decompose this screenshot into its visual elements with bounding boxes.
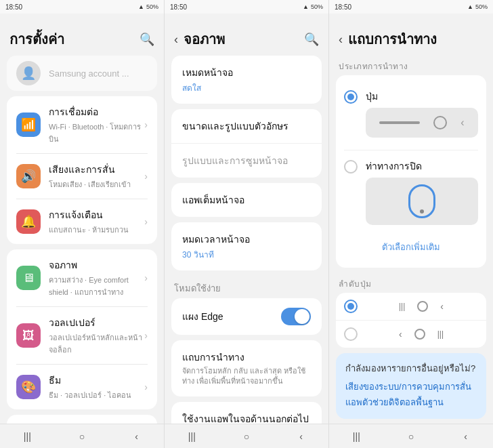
- display-icon: 🖥: [16, 266, 41, 290]
- nav-preview-buttons: ‹: [366, 108, 478, 138]
- panel3-nav-back[interactable]: |||: [346, 430, 366, 443]
- screen-mode-title: เหมดหน้าจอ: [182, 65, 311, 80]
- gesture-pill-icon: [408, 184, 435, 218]
- panel2-nav-home[interactable]: ○: [236, 430, 257, 443]
- order1-icon2: [417, 301, 428, 312]
- connectivity-text: การเชื่อมต่อ Wi-Fi · Bluetooth · โหมดการ…: [49, 104, 144, 145]
- themes-chevron: ›: [144, 382, 148, 392]
- font-row[interactable]: ขนาดและรูปแบบตัวอักษร: [171, 109, 322, 143]
- order-preview-1: ||| ‹: [364, 301, 478, 312]
- nav-option-gestures-content: ท่าทางการปิด: [366, 159, 478, 229]
- settings-group-3: 🏠 หน้าจอหลัก รูปแบบ · เครื่องหมายไอคอนแอ…: [7, 415, 157, 424]
- panel3-bottom-nav: ||| ○ ‹: [329, 424, 493, 448]
- edge-toggle[interactable]: [281, 308, 311, 325]
- splitscreen-title: ใช้งานแอพในจอด้านนอกต่อไป: [182, 411, 311, 424]
- notifications-text: การแจ้งเตือน แถบสถานะ · ห้ามรบกวน: [49, 207, 144, 236]
- zoom-title: รูปแบบและการซูมหน้าจอ: [182, 153, 311, 168]
- panel1-search-icon[interactable]: 🔍: [140, 32, 154, 47]
- display-desc: ความสว่าง · Eye comfort shield · แถบการน…: [49, 274, 144, 298]
- nav-option-buttons[interactable]: ปุ่ม ‹: [344, 83, 478, 147]
- radio-buttons[interactable]: [344, 90, 358, 104]
- font-title: ขนาดและรูปแบบตัวอักษร: [182, 119, 311, 134]
- panel1-scroll: 👤 Samsung account ... 📶 การเชื่อมต่อ Wi-…: [0, 56, 164, 424]
- edge-card: แผง Edge: [171, 298, 322, 335]
- tip-card: กำลังมองหารายการอื่นอยู่หรือไม่? เสียงขอ…: [336, 353, 486, 419]
- panel1-bottom-nav: ||| ○ ‹: [0, 424, 164, 448]
- settings-group-2: 🖥 จอภาพ ความสว่าง · Eye comfort shield ·…: [7, 249, 157, 409]
- order-row-2[interactable]: ‹ |||: [336, 320, 486, 348]
- panel1-nav-recent[interactable]: ‹: [127, 430, 147, 443]
- setting-item-display[interactable]: 🖥 จอภาพ ความสว่าง · Eye comfort shield ·…: [7, 249, 157, 306]
- panel2-header: ‹ จอภาพ 🔍: [165, 14, 328, 56]
- more-options-button[interactable]: ตัวเลือกเพิ่มเติม: [344, 235, 478, 260]
- navbar-desc: จัดการโฮมหลัก กลับ และล่าสุด หรือใช้ท่าง…: [182, 366, 311, 387]
- order2-icon3: |||: [437, 329, 444, 339]
- panel3-scroll: ประเภทการนำทาง ปุ่ม ‹: [329, 56, 493, 424]
- wallpaper-chevron: ›: [144, 330, 148, 341]
- notifications-name: การแจ้งเตือน: [49, 207, 144, 222]
- notifications-desc: แถบสถานะ · ห้ามรบกวน: [49, 224, 144, 236]
- fullscreen-title: แอพเต็มหน้าจอ: [182, 192, 311, 207]
- nav-type-card: ปุ่ม ‹ ท่าทางการปิด: [336, 75, 486, 268]
- tip-link-2[interactable]: แอพตัวช่วยดิจิตอลพื้นฐาน: [345, 395, 477, 409]
- panel2-header-left: ‹ จอภาพ: [174, 28, 225, 50]
- gesture-dot-icon: [420, 209, 424, 213]
- button-order-label: ลำดับปุ่ม: [336, 273, 486, 293]
- fullscreen-row[interactable]: แอพเต็มหน้าจอ: [171, 183, 322, 217]
- setting-item-sounds[interactable]: 🔊 เสียงและการสั่น โหมดเสียง · เสียงเรียก…: [7, 154, 157, 199]
- panel1-nav-back[interactable]: |||: [17, 430, 37, 443]
- panel3-header-left: ‹ แถบการนำทาง: [339, 28, 437, 50]
- fullscreen-card: แอพเต็มหน้าจอ: [171, 183, 322, 217]
- order-row-1[interactable]: ||| ‹: [336, 293, 486, 320]
- order-radio-2[interactable]: [344, 327, 358, 341]
- panel2-back-icon[interactable]: ‹: [174, 33, 178, 47]
- display-chevron: ›: [144, 272, 148, 283]
- timeout-row[interactable]: หมดเวลาหน้าจอ 30 วินาที: [171, 222, 322, 270]
- splitscreen-row[interactable]: ใช้งานแอพในจอด้านนอกต่อไป: [171, 402, 322, 424]
- setting-item-wallpaper[interactable]: 🖼 วอลเปเปอร์ วอลเปเปอร์หน้าหลักและหน้าจอ…: [7, 307, 157, 364]
- setting-item-homescreen[interactable]: 🏠 หน้าจอหลัก รูปแบบ · เครื่องหมายไอคอนแอ…: [7, 415, 157, 424]
- status-icons-2: ▲ 50%: [303, 3, 323, 10]
- screen-mode-value: สดใส: [182, 81, 311, 94]
- panel2-nav-recent[interactable]: ‹: [291, 430, 312, 443]
- panel3-header: ‹ แถบการนำทาง: [329, 14, 493, 56]
- display-text: จอภาพ ความสว่าง · Eye comfort shield · แ…: [49, 258, 144, 298]
- wallpaper-name: วอลเปเปอร์: [49, 315, 144, 330]
- setting-item-notifications[interactable]: 🔔 การแจ้งเตือน แถบสถานะ · ห้ามรบกวน ›: [7, 199, 157, 244]
- order-radio-1[interactable]: [344, 300, 358, 313]
- panel3-back-icon[interactable]: ‹: [339, 33, 343, 47]
- order-preview-2: ‹ |||: [364, 329, 478, 340]
- partial-profile-item[interactable]: 👤 Samsung account ...: [7, 56, 157, 91]
- zoom-row[interactable]: รูปแบบและการซูมหน้าจอ: [171, 143, 322, 178]
- splitscreen-card: ใช้งานแอพในจอด้านนอกต่อไป: [171, 402, 322, 424]
- status-icons-1: ▲ 50%: [138, 3, 158, 10]
- radio-gestures[interactable]: [344, 160, 358, 174]
- order1-icon3: ‹: [440, 301, 444, 312]
- battery-percent-3: 50%: [475, 3, 488, 10]
- sounds-text: เสียงและการสั่น โหมดเสียง · เสียงเรียกเข…: [49, 162, 144, 190]
- nav-option-gestures[interactable]: ท่าทางการปิด: [344, 153, 478, 235]
- font-card: ขนาดและรูปแบบตัวอักษร รูปแบบและการซูมหน้…: [171, 109, 322, 178]
- screen-mode-row[interactable]: เหมดหน้าจอ สดใส: [171, 56, 322, 104]
- button-order-card: ||| ‹ ‹ |||: [336, 293, 486, 348]
- panel3-nav-recent[interactable]: ‹: [456, 430, 476, 443]
- status-time-2: 18:50: [170, 3, 187, 11]
- edge-title: แผง Edge: [182, 309, 281, 324]
- status-icons-3: ▲ 50%: [467, 3, 488, 10]
- panel1-nav-home[interactable]: ○: [72, 430, 92, 443]
- order1-icon1: |||: [399, 302, 405, 311]
- sounds-desc: โหมดเสียง · เสียงเรียกเข้า: [49, 178, 144, 190]
- panel3-nav-home[interactable]: ○: [401, 430, 421, 443]
- setting-item-connectivity[interactable]: 📶 การเชื่อมต่อ Wi-Fi · Bluetooth · โหมดก…: [7, 96, 157, 153]
- nav-option-buttons-title: ปุ่ม: [366, 89, 478, 104]
- panel2-nav-back[interactable]: |||: [181, 430, 202, 443]
- panel2-title: จอภาพ: [184, 28, 225, 50]
- panel2-search-icon[interactable]: 🔍: [304, 32, 319, 47]
- sounds-chevron: ›: [144, 171, 148, 182]
- tip-link-1[interactable]: เสียงของระบบ/การควบคุมการสั่น: [345, 380, 477, 394]
- navbar-row[interactable]: แถบการนำทาง จัดการโฮมหลัก กลับ และล่าสุด…: [171, 340, 322, 396]
- nav-circle-icon: [433, 116, 447, 129]
- order2-icon2: [414, 329, 425, 340]
- timeout-card: หมดเวลาหน้าจอ 30 วินาที: [171, 222, 322, 270]
- setting-item-themes[interactable]: 🎨 ธีม ธีม · วอลเปเปอร์ · ไอคอน ›: [7, 365, 157, 409]
